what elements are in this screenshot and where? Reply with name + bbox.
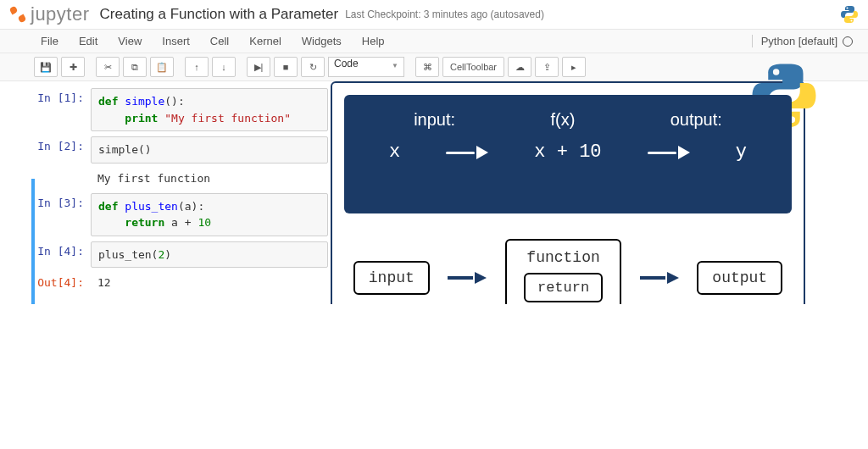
box-return: return bbox=[524, 273, 603, 302]
selected-cell-indicator bbox=[31, 179, 35, 304]
box-function-label: function bbox=[524, 249, 603, 266]
kernel-indicator: Python [default] bbox=[752, 35, 858, 47]
kernel-python-icon bbox=[839, 4, 860, 25]
menu-cell[interactable]: Cell bbox=[203, 30, 242, 53]
kernel-idle-icon bbox=[843, 36, 853, 47]
arrow-icon bbox=[446, 146, 488, 159]
box-input: input bbox=[353, 261, 430, 295]
add-cell-button[interactable]: ✚ bbox=[61, 57, 85, 77]
arrow-icon bbox=[448, 272, 487, 284]
stop-button[interactable]: ■ bbox=[274, 57, 298, 77]
arrow-icon bbox=[640, 272, 679, 284]
value-x: x bbox=[389, 141, 400, 163]
header: jupyter Creating a Function with a Param… bbox=[0, 0, 868, 30]
menu-widgets[interactable]: Widgets bbox=[295, 30, 355, 53]
kernel-name: Python [default] bbox=[761, 35, 837, 47]
menu-view[interactable]: View bbox=[111, 30, 155, 53]
code-input[interactable]: def plus_ten(a): return a + 10 bbox=[91, 193, 328, 236]
box-function: function return bbox=[505, 239, 621, 304]
jupyter-icon bbox=[8, 5, 27, 24]
code-input[interactable]: simple() bbox=[91, 136, 328, 164]
checkpoint-text: Last Checkpoint: 3 minutes ago (autosave… bbox=[345, 8, 544, 20]
code-input[interactable]: def simple(): print "My first function" bbox=[91, 88, 328, 131]
cut-button[interactable]: ✂ bbox=[96, 57, 120, 77]
command-palette-button[interactable]: ⌘ bbox=[415, 57, 439, 77]
move-up-button[interactable]: ↑ bbox=[185, 57, 209, 77]
jupyter-brand: jupyter bbox=[31, 3, 90, 25]
celltoolbar-button[interactable]: CellToolbar bbox=[442, 57, 504, 77]
slideshow-button[interactable]: ▸ bbox=[562, 57, 586, 77]
paste-button[interactable]: 📋 bbox=[150, 57, 174, 77]
open-button[interactable]: ⇪ bbox=[535, 57, 559, 77]
code-input[interactable]: plus_ten(2) bbox=[91, 241, 328, 269]
label-input: input: bbox=[414, 110, 455, 130]
value-y: y bbox=[736, 141, 747, 163]
move-down-button[interactable]: ↓ bbox=[212, 57, 236, 77]
out-spacer bbox=[10, 169, 91, 188]
cloud-download-icon[interactable]: ☁ bbox=[508, 57, 531, 77]
menu-insert[interactable]: Insert bbox=[155, 30, 203, 53]
menu-kernel[interactable]: Kernel bbox=[242, 30, 295, 53]
jupyter-logo[interactable]: jupyter bbox=[8, 3, 90, 25]
notebook-title[interactable]: Creating a Function with a Parameter bbox=[100, 6, 339, 23]
menu-edit[interactable]: Edit bbox=[72, 30, 111, 53]
restart-button[interactable]: ↻ bbox=[301, 57, 325, 77]
menubar: File Edit View Insert Cell Kernel Widget… bbox=[0, 30, 868, 53]
function-flow: input function return output bbox=[344, 239, 792, 304]
celltype-select[interactable]: Code bbox=[328, 57, 404, 77]
in-prompt: In [2]: bbox=[10, 136, 91, 164]
menu-file[interactable]: File bbox=[34, 30, 72, 53]
in-prompt: In [1]: bbox=[10, 88, 91, 131]
run-button[interactable]: ▶| bbox=[247, 57, 270, 77]
save-button[interactable]: 💾 bbox=[34, 57, 58, 77]
copy-button[interactable]: ⧉ bbox=[123, 57, 147, 77]
notebook-area: In [1]: def simple(): print "My first fu… bbox=[0, 81, 868, 304]
label-fx: f(x) bbox=[550, 110, 575, 130]
out-prompt: Out[4]: bbox=[10, 273, 91, 292]
explainer-diagram: input: f(x) output: x x + 10 y input fun… bbox=[331, 81, 805, 304]
value-expr: x + 10 bbox=[534, 141, 601, 163]
in-prompt: In [4]: bbox=[10, 241, 91, 269]
menu-help[interactable]: Help bbox=[355, 30, 398, 53]
arrow-icon bbox=[648, 146, 690, 159]
function-io-panel: input: f(x) output: x x + 10 y bbox=[344, 95, 792, 213]
label-output: output: bbox=[670, 110, 722, 130]
toolbar: 💾 ✚ ✂ ⧉ 📋 ↑ ↓ ▶| ■ ↻ Code ⌘ CellToolbar … bbox=[0, 53, 868, 81]
in-prompt: In [3]: bbox=[10, 193, 91, 236]
box-output: output bbox=[697, 261, 782, 295]
